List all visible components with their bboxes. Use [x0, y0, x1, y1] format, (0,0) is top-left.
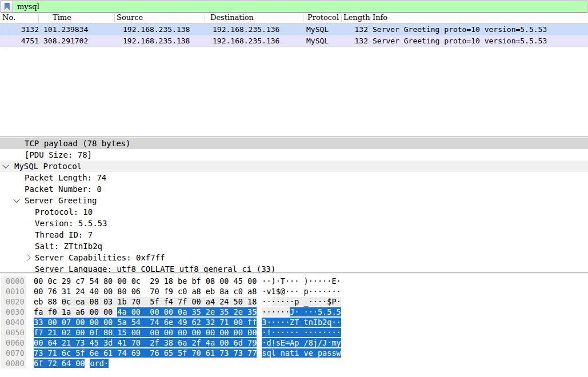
filter-bookmark-button[interactable]	[1, 1, 13, 12]
hex-byte[interactable]: 73	[34, 348, 47, 358]
hex-byte[interactable]: fa	[34, 307, 47, 316]
hex-byte[interactable]: 64	[62, 359, 75, 368]
tree-row[interactable]: Version: 5.5.53	[0, 218, 588, 229]
hex-byte[interactable]: 00	[206, 328, 219, 337]
column-header-destination[interactable]: Destination	[210, 13, 254, 24]
ascii-column[interactable]: ··)·T··· )·····E·	[262, 276, 341, 286]
hex-byte[interactable]: 35	[219, 307, 233, 316]
column-separator[interactable]	[114, 14, 115, 22]
hex-byte[interactable]: 70	[150, 287, 163, 296]
hex-byte[interactable]: 69	[131, 348, 145, 358]
hex-byte[interactable]: 80	[103, 328, 117, 337]
hex-byte[interactable]: 06	[131, 287, 145, 296]
hex-byte[interactable]: 76	[150, 348, 163, 358]
hex-byte[interactable]: f0	[47, 307, 61, 316]
column-separator[interactable]	[38, 14, 39, 22]
hex-byte[interactable]: 61	[206, 348, 219, 358]
hex-byte[interactable]: 6d	[234, 338, 247, 347]
hex-byte[interactable]: c0	[234, 287, 247, 296]
hex-byte[interactable]: a8	[191, 287, 205, 296]
hex-byte[interactable]: 00	[247, 276, 257, 286]
ascii-column[interactable]: ·······p _····$P·	[262, 296, 341, 307]
hex-byte[interactable]: 00	[191, 328, 205, 337]
hex-byte[interactable]: 2e	[234, 307, 247, 316]
expand-arrow-icon[interactable]	[13, 196, 19, 203]
ascii-column[interactable]: 3·····ZT tnIb2q··	[262, 317, 341, 327]
hex-byte[interactable]: 03	[103, 297, 117, 306]
hex-byte[interactable]: 24	[219, 297, 233, 306]
hex-byte[interactable]: 5f	[178, 348, 191, 358]
column-separator[interactable]	[205, 14, 205, 22]
hex-byte[interactable]: 00	[131, 307, 145, 316]
hex-byte[interactable]: 2e	[206, 307, 219, 316]
tree-row[interactable]: TCP payload (78 bytes)	[0, 138, 588, 149]
hex-byte[interactable]: 00	[234, 328, 247, 337]
hex-byte[interactable]: 73	[75, 338, 89, 347]
tree-row[interactable]: Server Language: utf8 COLLATE utf8_gener…	[0, 263, 588, 272]
hex-byte[interactable]: 61	[103, 348, 117, 358]
column-header-info[interactable]: Info	[373, 13, 387, 24]
hex-byte[interactable]: 32	[206, 318, 219, 327]
expand-arrow-icon[interactable]	[2, 162, 9, 169]
tree-row[interactable]: Server Capabilities: 0xf7ff	[0, 252, 588, 263]
collapse-arrow-icon[interactable]	[24, 254, 30, 260]
hex-byte[interactable]: eb	[206, 287, 219, 296]
tree-row[interactable]: [PDU Size: 78]	[0, 149, 588, 161]
hex-byte[interactable]: 00	[150, 328, 163, 337]
hex-byte[interactable]: 00	[164, 328, 178, 337]
hex-row[interactable]: 000000 0c 29 c7 54 80 00 0c 29 18 be bf …	[0, 276, 588, 286]
hex-byte[interactable]: 35	[247, 307, 257, 316]
hex-byte[interactable]: 6f	[34, 359, 47, 368]
hex-byte[interactable]: 00	[90, 307, 103, 316]
hex-byte[interactable]: 0c	[47, 276, 61, 286]
hex-byte[interactable]: 80	[103, 276, 117, 286]
hex-row[interactable]: 0050f7 21 02 00 0f 80 15 00 00 00 00 00 …	[0, 327, 588, 338]
hex-byte[interactable]: 7f	[178, 297, 191, 306]
hex-byte[interactable]: 00	[219, 328, 233, 337]
column-header-time[interactable]: Time	[53, 13, 71, 24]
hex-byte[interactable]: 2f	[150, 338, 163, 347]
hex-byte[interactable]: 00	[103, 307, 117, 316]
tree-row[interactable]: Server Greeting	[0, 195, 588, 206]
hex-byte[interactable]: 00	[103, 318, 117, 327]
hex-byte[interactable]: 62	[191, 318, 205, 327]
ascii-column[interactable]: ord·	[90, 358, 109, 368]
hex-byte[interactable]: 00	[117, 276, 131, 286]
hex-byte[interactable]: 1a	[62, 307, 75, 316]
column-separator[interactable]	[370, 14, 370, 22]
hex-row[interactable]: 00806f 72 64 00ord·	[0, 358, 588, 368]
hex-byte[interactable]: 45	[234, 276, 247, 286]
hex-byte[interactable]: 4a	[117, 307, 131, 316]
hex-byte[interactable]: 45	[90, 338, 103, 347]
hex-byte[interactable]: 88	[47, 297, 61, 306]
hex-byte[interactable]: 49	[178, 318, 191, 327]
hex-byte[interactable]: 72	[47, 359, 61, 368]
hex-byte[interactable]: 54	[90, 276, 103, 286]
hex-row[interactable]: 004033 00 07 00 00 00 5a 54 74 6e 49 62 …	[0, 317, 588, 327]
hex-byte[interactable]: ff	[247, 318, 257, 327]
hex-byte[interactable]: 33	[34, 318, 47, 327]
hex-byte[interactable]: 07	[62, 318, 75, 327]
hex-byte[interactable]: 15	[117, 328, 131, 337]
packet-row[interactable]: 3132101.239834192.168.235.138192.168.235…	[0, 24, 588, 35]
hex-byte[interactable]: 54	[131, 318, 145, 327]
hex-byte[interactable]: f9	[164, 287, 178, 296]
hex-byte[interactable]: 76	[47, 287, 61, 296]
tree-row[interactable]: Salt: ZTtnIb2q	[0, 240, 588, 252]
hex-byte[interactable]: 29	[62, 276, 75, 286]
hex-byte[interactable]: 6e	[90, 348, 103, 358]
hex-byte[interactable]: 74	[150, 318, 163, 327]
hex-byte[interactable]: 08	[206, 276, 219, 286]
hex-byte[interactable]: 00	[247, 328, 257, 337]
hex-byte[interactable]: 73	[219, 348, 233, 358]
hex-byte[interactable]: 00	[219, 276, 233, 286]
hex-byte[interactable]: 00	[219, 338, 233, 347]
hex-row[interactable]: 0030fa f0 1a a6 00 00 4a 00 00 00 0a 35 …	[0, 307, 588, 317]
hex-byte[interactable]: 00	[234, 318, 247, 327]
hex-byte[interactable]: 79	[247, 338, 257, 347]
hex-byte[interactable]: 70	[131, 338, 145, 347]
hex-byte[interactable]: 08	[90, 297, 103, 306]
hex-byte[interactable]: c7	[75, 276, 89, 286]
hex-byte[interactable]: 73	[234, 348, 247, 358]
hex-byte[interactable]: 6a	[178, 338, 191, 347]
